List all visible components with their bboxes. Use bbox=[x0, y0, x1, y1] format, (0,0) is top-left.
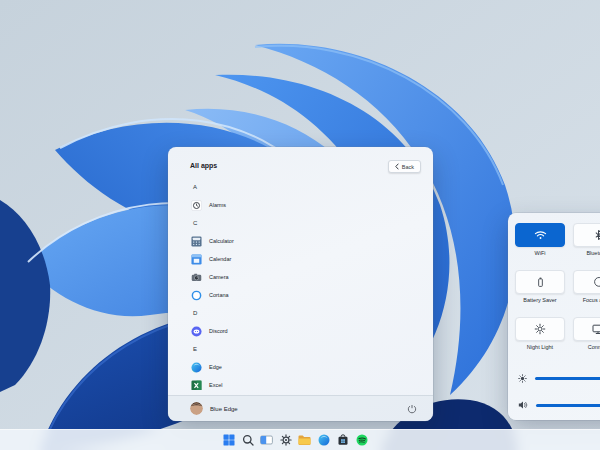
quick-setting-bluetooth: Bluetooth bbox=[573, 223, 600, 260]
user-name[interactable]: Blue Edge bbox=[210, 406, 398, 412]
quick-setting-focus-assist: Focus assist bbox=[573, 270, 600, 307]
chevron-left-icon bbox=[395, 163, 399, 170]
power-icon bbox=[407, 404, 417, 414]
taskbar-icons bbox=[0, 430, 595, 450]
alarms-icon bbox=[191, 200, 202, 211]
wifi-tile[interactable] bbox=[515, 223, 565, 247]
settings-button[interactable] bbox=[279, 434, 292, 447]
excel-icon bbox=[191, 380, 202, 391]
app-item-label: Camera bbox=[209, 274, 229, 280]
app-section-letter-a[interactable]: A bbox=[168, 178, 433, 196]
quick-setting-night-light: Night Light bbox=[515, 317, 565, 354]
discord-icon bbox=[191, 326, 202, 337]
bluetooth-tile[interactable] bbox=[573, 223, 600, 247]
all-apps-title: All apps bbox=[190, 162, 217, 169]
bluetooth-icon bbox=[593, 229, 600, 241]
quick-settings-panel: WiFi Bluetooth Battery Saver Focus assis… bbox=[508, 213, 600, 420]
app-item-calendar[interactable]: Calendar bbox=[168, 250, 433, 268]
app-item-edge[interactable]: Edge bbox=[168, 358, 433, 376]
volume-track[interactable] bbox=[536, 404, 600, 407]
night-light-icon bbox=[534, 323, 546, 335]
cortana-icon bbox=[191, 290, 202, 301]
start-menu-all-apps: All apps Back A Alarms C Calculator bbox=[168, 147, 433, 421]
edge-taskbar-button[interactable] bbox=[317, 434, 330, 447]
quick-setting-battery-saver: Battery Saver bbox=[515, 270, 565, 307]
app-item-label: Calculator bbox=[209, 238, 234, 244]
camera-icon bbox=[191, 272, 202, 283]
task-view-icon bbox=[260, 434, 273, 446]
windows-logo-icon bbox=[223, 434, 235, 446]
battery-saver-label: Battery Saver bbox=[523, 297, 556, 303]
wifi-label: WiFi bbox=[535, 250, 546, 256]
spotify-button[interactable] bbox=[355, 434, 368, 447]
connect-tile[interactable] bbox=[573, 317, 600, 341]
desktop: All apps Back A Alarms C Calculator bbox=[0, 0, 600, 450]
app-section-letter-d[interactable]: D bbox=[168, 304, 433, 322]
connect-label: Connect bbox=[588, 344, 600, 350]
app-section-letter-c[interactable]: C bbox=[168, 214, 433, 232]
volume-icon bbox=[518, 400, 528, 410]
app-item-discord[interactable]: Discord bbox=[168, 322, 433, 340]
app-item-label: Edge bbox=[209, 364, 222, 370]
focus-assist-tile[interactable] bbox=[573, 270, 600, 294]
start-button[interactable] bbox=[222, 434, 235, 447]
search-icon bbox=[242, 434, 254, 446]
app-item-label: Calendar bbox=[209, 256, 231, 262]
wifi-icon bbox=[534, 230, 547, 240]
app-item-camera[interactable]: Camera bbox=[168, 268, 433, 286]
app-item-label: Cortana bbox=[209, 292, 229, 298]
moon-icon bbox=[593, 276, 600, 288]
gear-icon bbox=[280, 434, 292, 446]
quick-setting-connect: Connect bbox=[573, 317, 600, 354]
back-button[interactable]: Back bbox=[388, 160, 421, 173]
store-bag-icon bbox=[337, 434, 349, 446]
app-section-letter-e[interactable]: E bbox=[168, 340, 433, 358]
app-list: A Alarms C Calculator Calendar bbox=[168, 177, 433, 390]
task-view-button[interactable] bbox=[260, 434, 273, 447]
night-light-tile[interactable] bbox=[515, 317, 565, 341]
quick-setting-wifi: WiFi bbox=[515, 223, 565, 260]
brightness-track[interactable] bbox=[535, 377, 600, 380]
search-button[interactable] bbox=[241, 434, 254, 447]
night-light-label: Night Light bbox=[527, 344, 553, 350]
taskbar bbox=[0, 429, 600, 450]
app-item-alarms[interactable]: Alarms bbox=[168, 196, 433, 214]
app-item-excel[interactable]: Excel bbox=[168, 376, 433, 390]
spotify-icon bbox=[356, 434, 368, 446]
edge-icon bbox=[318, 434, 330, 446]
user-avatar[interactable] bbox=[190, 402, 203, 415]
bluetooth-label: Bluetooth bbox=[586, 250, 600, 256]
calculator-icon bbox=[191, 236, 202, 247]
app-item-label: Discord bbox=[209, 328, 228, 334]
edge-icon bbox=[191, 362, 202, 373]
app-item-label: Alarms bbox=[209, 202, 226, 208]
battery-saver-icon bbox=[535, 276, 546, 288]
connect-cast-icon bbox=[592, 323, 600, 335]
start-menu-footer: Blue Edge bbox=[168, 395, 433, 421]
folder-icon bbox=[298, 435, 311, 446]
microsoft-store-button[interactable] bbox=[336, 434, 349, 447]
file-explorer-button[interactable] bbox=[298, 434, 311, 447]
calendar-icon bbox=[191, 254, 202, 265]
quick-settings-grid: WiFi Bluetooth Battery Saver Focus assis… bbox=[515, 223, 600, 354]
brightness-icon bbox=[518, 374, 527, 383]
app-item-calculator[interactable]: Calculator bbox=[168, 232, 433, 250]
app-item-label: Excel bbox=[209, 382, 222, 388]
battery-saver-tile[interactable] bbox=[515, 270, 565, 294]
back-button-label: Back bbox=[402, 164, 414, 170]
volume-slider[interactable] bbox=[508, 400, 600, 410]
power-button[interactable] bbox=[405, 402, 419, 416]
brightness-slider[interactable] bbox=[508, 373, 600, 383]
focus-assist-label: Focus assist bbox=[583, 297, 600, 303]
app-item-cortana[interactable]: Cortana bbox=[168, 286, 433, 304]
